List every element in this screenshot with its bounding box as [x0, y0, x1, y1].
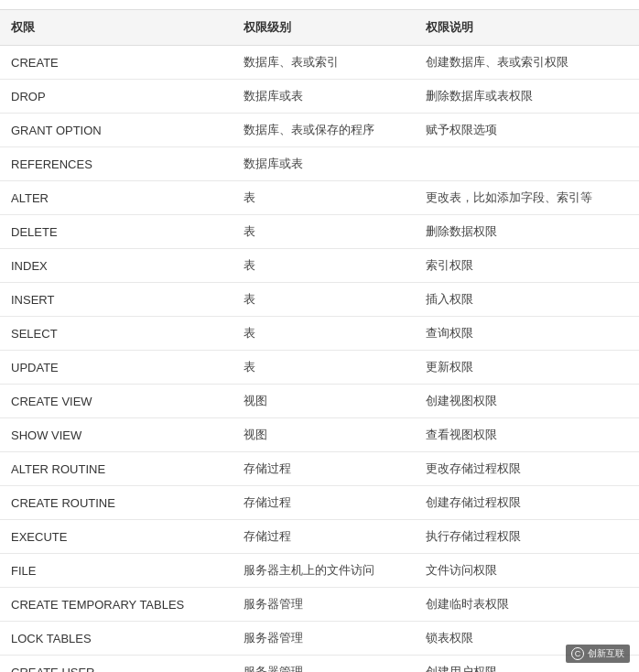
cell-level: 数据库或表 — [233, 147, 415, 181]
table-row: REFERENCES数据库或表 — [0, 147, 639, 181]
cell-privilege: INSERT — [0, 283, 233, 317]
cell-level: 数据库、表或索引 — [233, 46, 415, 80]
cell-description: 更新权限 — [415, 351, 639, 385]
cell-level: 表 — [233, 215, 415, 249]
cell-description: 查询权限 — [415, 317, 639, 351]
cell-level: 表 — [233, 249, 415, 283]
cell-privilege: INDEX — [0, 249, 233, 283]
cell-privilege: CREATE USER — [0, 656, 233, 673]
table-row: CREATE ROUTINE存储过程创建存储过程权限 — [0, 486, 639, 520]
cell-description: 创建临时表权限 — [415, 588, 639, 622]
table-row: EXECUTE存储过程执行存储过程权限 — [0, 520, 639, 554]
cell-privilege: GRANT OPTION — [0, 114, 233, 147]
cell-description: 创建视图权限 — [415, 385, 639, 418]
cell-level: 存储过程 — [233, 520, 415, 554]
table-row: CREATE TEMPORARY TABLES服务器管理创建临时表权限 — [0, 588, 639, 622]
cell-privilege: UPDATE — [0, 351, 233, 385]
cell-description: 插入权限 — [415, 283, 639, 317]
table-header-row: 权限 权限级别 权限说明 — [0, 10, 639, 46]
table-row: ALTER表更改表，比如添加字段、索引等 — [0, 181, 639, 215]
cell-privilege: CREATE — [0, 46, 233, 80]
cell-privilege: CREATE TEMPORARY TABLES — [0, 588, 233, 622]
table-body: CREATE数据库、表或索引创建数据库、表或索引权限DROP数据库或表删除数据库… — [0, 46, 639, 673]
cell-description: 文件访问权限 — [415, 554, 639, 588]
cell-privilege: SHOW VIEW — [0, 418, 233, 452]
table-row: CREATE USER服务器管理创建用户权限 — [0, 656, 639, 673]
table-row: DROP数据库或表删除数据库或表权限 — [0, 80, 639, 114]
cell-description: 创建存储过程权限 — [415, 486, 639, 520]
cell-level: 表 — [233, 181, 415, 215]
cell-level: 服务器管理 — [233, 588, 415, 622]
privileges-table: 权限 权限级别 权限说明 CREATE数据库、表或索引创建数据库、表或索引权限D… — [0, 9, 639, 672]
cell-level: 视图 — [233, 418, 415, 452]
cell-level: 服务器管理 — [233, 622, 415, 656]
cell-description: 删除数据权限 — [415, 215, 639, 249]
table-row: LOCK TABLES服务器管理锁表权限 — [0, 622, 639, 656]
cell-privilege: DROP — [0, 80, 233, 114]
cell-privilege: CREATE ROUTINE — [0, 486, 233, 520]
cell-privilege: CREATE VIEW — [0, 385, 233, 418]
col-header-privilege: 权限 — [0, 10, 233, 46]
cell-privilege: EXECUTE — [0, 520, 233, 554]
cell-level: 服务器管理 — [233, 656, 415, 673]
table-row: INDEX表索引权限 — [0, 249, 639, 283]
cell-privilege: DELETE — [0, 215, 233, 249]
cell-description: 删除数据库或表权限 — [415, 80, 639, 114]
table-row: UPDATE表更新权限 — [0, 351, 639, 385]
cell-privilege: ALTER — [0, 181, 233, 215]
cell-level: 视图 — [233, 385, 415, 418]
cell-level: 存储过程 — [233, 452, 415, 486]
table-row: GRANT OPTION数据库、表或保存的程序赋予权限选项 — [0, 114, 639, 147]
cell-description: 创建数据库、表或索引权限 — [415, 46, 639, 80]
cell-description — [415, 147, 639, 181]
table-row: CREATE数据库、表或索引创建数据库、表或索引权限 — [0, 46, 639, 80]
table-row: INSERT表插入权限 — [0, 283, 639, 317]
watermark-text: 创新互联 — [588, 647, 624, 660]
cell-description: 索引权限 — [415, 249, 639, 283]
table-row: DELETE表删除数据权限 — [0, 215, 639, 249]
cell-level: 数据库或表 — [233, 80, 415, 114]
col-header-description: 权限说明 — [415, 10, 639, 46]
cell-privilege: FILE — [0, 554, 233, 588]
cell-level: 表 — [233, 283, 415, 317]
cell-level: 存储过程 — [233, 486, 415, 520]
watermark: C 创新互联 — [566, 645, 630, 663]
cell-level: 服务器主机上的文件访问 — [233, 554, 415, 588]
table-row: SHOW VIEW视图查看视图权限 — [0, 418, 639, 452]
table-row: FILE服务器主机上的文件访问文件访问权限 — [0, 554, 639, 588]
cell-description: 更改存储过程权限 — [415, 452, 639, 486]
cell-level: 表 — [233, 351, 415, 385]
cell-privilege: REFERENCES — [0, 147, 233, 181]
cell-level: 数据库、表或保存的程序 — [233, 114, 415, 147]
table-row: CREATE VIEW视图创建视图权限 — [0, 385, 639, 418]
cell-level: 表 — [233, 317, 415, 351]
cell-description: 更改表，比如添加字段、索引等 — [415, 181, 639, 215]
table-container: 权限 权限级别 权限说明 CREATE数据库、表或索引创建数据库、表或索引权限D… — [0, 0, 639, 672]
cell-description: 赋予权限选项 — [415, 114, 639, 147]
cell-privilege: LOCK TABLES — [0, 622, 233, 656]
cell-privilege: ALTER ROUTINE — [0, 452, 233, 486]
cell-privilege: SELECT — [0, 317, 233, 351]
table-row: ALTER ROUTINE存储过程更改存储过程权限 — [0, 452, 639, 486]
table-row: SELECT表查询权限 — [0, 317, 639, 351]
cell-description: 查看视图权限 — [415, 418, 639, 452]
cell-description: 执行存储过程权限 — [415, 520, 639, 554]
watermark-icon: C — [571, 647, 584, 660]
col-header-level: 权限级别 — [233, 10, 415, 46]
